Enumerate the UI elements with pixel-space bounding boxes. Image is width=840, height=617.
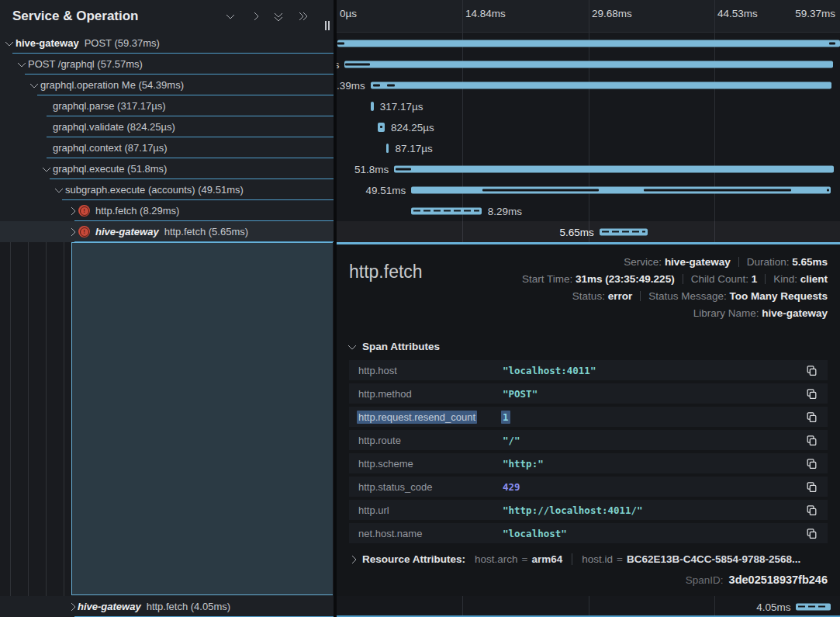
span-label: subgraph.execute (accounts) (49.51ms): [65, 184, 244, 196]
timeline-bar[interactable]: [371, 81, 832, 88]
timeline-row[interactable]: 824.25µs: [337, 116, 840, 137]
meta-value: error: [608, 290, 633, 302]
gridline: [462, 0, 463, 32]
span-tree-row[interactable]: hive-gatewayPOST (59.37ms): [0, 33, 334, 54]
equals-sign: =: [617, 553, 623, 565]
chevron-down-icon[interactable]: [28, 84, 40, 87]
timeline-bar[interactable]: [337, 40, 840, 47]
span-attributes-toggle[interactable]: Span Attributes: [349, 341, 828, 352]
copy-icon[interactable]: [804, 480, 818, 494]
span-label: http.fetch (8.29ms): [95, 205, 179, 217]
timeline-bar[interactable]: [386, 144, 389, 153]
attribute-row[interactable]: http.url"http://localhost:4011/": [349, 500, 828, 520]
timeline-row[interactable]: 57.57ms: [337, 54, 840, 75]
indent-guide: [64, 242, 64, 596]
span-tree-row[interactable]: graphql.execute (51.8ms): [0, 158, 334, 179]
resource-attributes-toggle[interactable]: Resource Attributes: host.arch=arm64host…: [349, 553, 828, 565]
attribute-key: http.method: [358, 388, 503, 400]
timeline-bar[interactable]: [411, 186, 831, 193]
attribute-value: "POST": [503, 388, 804, 400]
timeline-row[interactable]: 49.51ms: [337, 179, 840, 200]
collapse-one-icon[interactable]: [224, 10, 237, 23]
attribute-row[interactable]: http.method"POST": [349, 383, 828, 404]
resource-key: host.arch: [475, 553, 518, 565]
attribute-row[interactable]: http.route"/": [349, 430, 828, 450]
attribute-row[interactable]: http.host"localhost:4011": [349, 360, 828, 380]
attribute-row[interactable]: net.host.name"localhost": [349, 523, 828, 543]
span-tree-row[interactable]: !hive-gatewayhttp.fetch (5.65ms): [0, 221, 334, 242]
timeline-row[interactable]: [337, 33, 840, 54]
timeline-bar[interactable]: [600, 228, 648, 235]
resource-value: BC62E13B-C4CC-5854-9788-2568...: [627, 553, 800, 565]
chevron-right-icon[interactable]: [65, 604, 78, 610]
timeline-bar[interactable]: [378, 123, 385, 132]
copy-icon[interactable]: [804, 526, 818, 540]
child-span-marker: [396, 168, 411, 170]
timeline-row[interactable]: 8.29ms: [337, 200, 840, 221]
copy-icon[interactable]: [804, 386, 818, 400]
copy-icon[interactable]: [804, 503, 818, 517]
timeline-rows: 57.57ms54.39ms317.17µs824.25µs87.17µs51.…: [337, 33, 840, 242]
duration-label: 5.65ms: [560, 226, 594, 237]
attribute-key: http.status_code: [358, 481, 503, 493]
span-label: graphql.operation Me (54.39ms): [40, 79, 184, 91]
attribute-value: "localhost:4011": [503, 365, 804, 376]
attribute-value: "http:": [503, 458, 804, 470]
chevron-down-icon[interactable]: [3, 42, 16, 45]
chevron-down-icon[interactable]: [40, 168, 53, 171]
child-span-marker: [380, 126, 382, 128]
timeline-row[interactable]: 5.65ms: [337, 221, 840, 242]
span-tree-row[interactable]: subgraph.execute (accounts) (49.51ms): [0, 179, 334, 200]
span-tree-row[interactable]: POST /graphql (57.57ms): [0, 54, 334, 75]
attribute-key: http.request.resend_count: [358, 411, 503, 423]
attribute-key: http.route: [358, 435, 503, 446]
meta-line: Service: hive-gatewayDuration: 5.65ms: [522, 254, 828, 271]
timeline-bar[interactable]: [796, 603, 830, 610]
copy-icon[interactable]: [804, 363, 818, 377]
chevron-down-icon[interactable]: [16, 63, 28, 66]
timeline-row[interactable]: 54.39ms: [337, 75, 840, 95]
span-tree-row[interactable]: graphql.operation Me (54.39ms): [0, 75, 334, 95]
span-detail-panel: http.fetch Service: hive-gatewayDuration…: [337, 242, 840, 596]
copy-icon[interactable]: [804, 433, 818, 447]
timeline-bar[interactable]: [371, 102, 373, 111]
span-tree-row[interactable]: !http.fetch (8.29ms): [0, 200, 334, 221]
expand-one-icon[interactable]: [248, 10, 261, 23]
span-id-value: 3de02518937fb246: [729, 574, 828, 586]
span-tree-row[interactable]: graphql.context (87.17µs): [0, 137, 334, 158]
attribute-row[interactable]: http.request.resend_count1: [349, 407, 828, 427]
meta-label: Status:: [572, 290, 608, 302]
timeline-bar[interactable]: [344, 61, 832, 68]
copy-icon[interactable]: [804, 456, 818, 470]
span-tree-row[interactable]: hive-gatewayhttp.fetch (4.05ms): [0, 596, 334, 617]
span-label: graphql.execute (51.8ms): [53, 163, 167, 175]
copy-icon[interactable]: [804, 410, 818, 424]
timeline-row[interactable]: 87.17µs: [337, 137, 840, 158]
chevron-right-icon[interactable]: [65, 229, 78, 235]
meta-separator: [640, 291, 641, 301]
panel-title: Service & Operation: [12, 9, 139, 24]
span-tree-row[interactable]: graphql.validate (824.25µs): [0, 116, 334, 137]
attribute-value: 1: [503, 411, 804, 423]
expand-all-icon[interactable]: [296, 10, 309, 23]
meta-label: Status Message:: [648, 290, 729, 302]
panel-resize-handle[interactable]: [325, 21, 333, 30]
span-tree-row[interactable]: graphql.parse (317.17µs): [0, 95, 334, 116]
tree-header: Service & Operation: [0, 0, 334, 33]
meta-label: Library Name:: [693, 307, 762, 319]
timeline-row[interactable]: 317.17µs: [337, 95, 840, 116]
attribute-row[interactable]: http.status_code429: [349, 477, 828, 497]
span-label: graphql.validate (824.25µs): [53, 121, 175, 133]
timeline-bar[interactable]: [411, 207, 482, 214]
timeline-row[interactable]: 51.8ms: [337, 158, 840, 179]
link-icon[interactable]: [669, 574, 680, 586]
collapse-all-icon[interactable]: [272, 10, 285, 23]
meta-value: 31ms (23:35:49.225): [576, 273, 675, 285]
chevron-right-icon[interactable]: [65, 208, 78, 214]
timeline-bar[interactable]: [394, 165, 833, 172]
span-id-label: SpanID:: [686, 574, 724, 586]
duration-label: 8.29ms: [488, 205, 522, 217]
timeline-row[interactable]: 4.05ms: [337, 596, 840, 617]
attribute-row[interactable]: http.scheme"http:": [349, 453, 828, 473]
chevron-down-icon[interactable]: [53, 189, 65, 192]
